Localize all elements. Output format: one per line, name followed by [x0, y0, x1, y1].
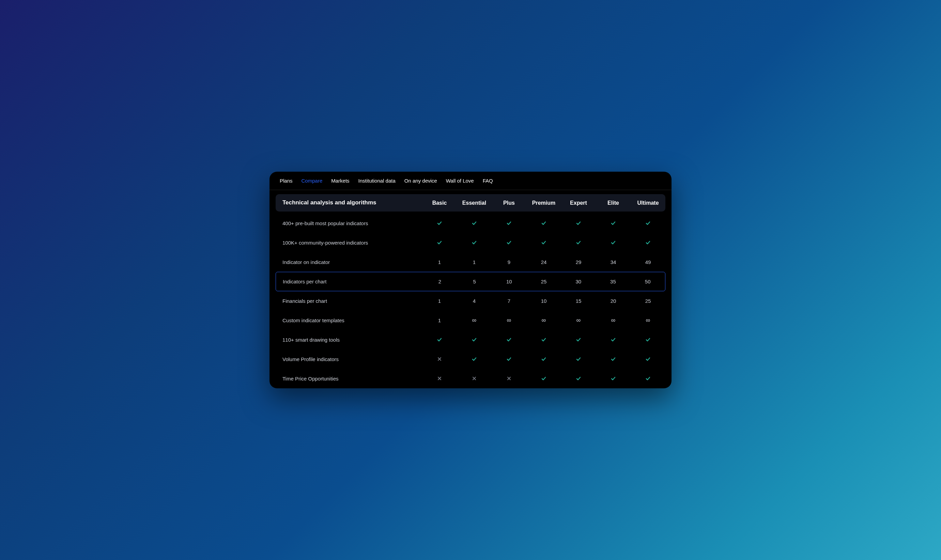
feature-cell: [457, 356, 492, 362]
feature-cell: [596, 376, 630, 381]
check-icon: [610, 376, 616, 381]
check-icon: [472, 337, 477, 342]
feature-cell: [630, 376, 665, 381]
feature-cell: [457, 220, 492, 226]
nav-item-markets[interactable]: Markets: [331, 178, 349, 184]
nav-item-institutional-data[interactable]: Institutional data: [358, 178, 395, 184]
row-cells: [422, 376, 665, 381]
table-body: 400+ pre-built most popular indicators10…: [276, 214, 665, 388]
check-icon: [506, 220, 512, 226]
check-icon: [541, 356, 546, 362]
feature-cell: [596, 240, 630, 245]
check-icon: [541, 376, 546, 381]
feature-label: 400+ pre-built most popular indicators: [276, 220, 422, 226]
plan-col-expert: Expert: [561, 200, 596, 206]
table-row[interactable]: 100K+ community-powered indicators: [276, 233, 665, 252]
feature-cell: [457, 240, 492, 245]
table-row[interactable]: Volume Profile indicators: [276, 349, 665, 369]
infinity-icon: ∞: [472, 317, 477, 324]
check-icon: [541, 220, 546, 226]
row-cells: [422, 240, 665, 245]
feature-cell: 25: [526, 278, 561, 285]
feature-cell: [526, 240, 561, 245]
check-icon: [576, 376, 581, 381]
infinity-icon: ∞: [611, 317, 616, 324]
check-icon: [610, 240, 616, 245]
feature-cell: [422, 356, 457, 362]
plan-col-plus: Plus: [492, 200, 526, 206]
table-row[interactable]: 110+ smart drawing tools: [276, 330, 665, 349]
feature-cell: 50: [630, 278, 665, 285]
plan-col-basic: Basic: [422, 200, 457, 206]
check-icon: [645, 337, 651, 342]
feature-cell: 5: [457, 278, 492, 285]
nav-item-faq[interactable]: FAQ: [483, 178, 493, 184]
check-icon: [437, 240, 442, 245]
row-cells: [422, 220, 665, 226]
feature-cell: 2: [423, 278, 457, 285]
feature-cell: 30: [561, 278, 596, 285]
feature-cell: [596, 220, 630, 226]
table-row[interactable]: Custom indicator templates1∞∞∞∞∞∞: [276, 311, 665, 330]
check-icon: [610, 220, 616, 226]
feature-cell: [596, 337, 630, 342]
check-icon: [610, 356, 616, 362]
row-cells: 14710152025: [422, 298, 665, 304]
feature-cell: 1: [422, 298, 457, 304]
x-icon: [437, 357, 442, 362]
feature-cell: [526, 220, 561, 226]
nav-item-wall-of-love[interactable]: Wall of Love: [446, 178, 474, 184]
infinity-icon: ∞: [542, 317, 546, 324]
table-row[interactable]: 400+ pre-built most popular indicators: [276, 214, 665, 233]
feature-cell: ∞: [492, 317, 526, 324]
feature-cell: 9: [492, 259, 526, 265]
feature-label: Indicator on indicator: [276, 259, 422, 265]
table-row[interactable]: Financials per chart14710152025: [276, 291, 665, 311]
feature-cell: [492, 356, 526, 362]
table-header-row: Technical analysis and algorithms BasicE…: [276, 194, 665, 212]
row-cells: 11924293449: [422, 259, 665, 265]
feature-cell: [561, 337, 596, 342]
nav-item-on-any-device[interactable]: On any device: [404, 178, 437, 184]
check-icon: [472, 220, 477, 226]
feature-label: Indicators per chart: [276, 278, 423, 285]
check-icon: [576, 240, 581, 245]
nav-item-plans[interactable]: Plans: [280, 178, 293, 184]
feature-cell: 15: [561, 298, 596, 304]
check-icon: [576, 356, 581, 362]
feature-label: Volume Profile indicators: [276, 356, 422, 362]
feature-cell: [526, 337, 561, 342]
check-icon: [610, 337, 616, 342]
feature-cell: 1: [422, 317, 457, 324]
row-cells: 251025303550: [423, 278, 665, 285]
feature-label: Custom indicator templates: [276, 317, 422, 323]
check-icon: [645, 376, 651, 381]
feature-cell: 49: [630, 259, 665, 265]
feature-cell: ∞: [457, 317, 492, 324]
feature-cell: [422, 337, 457, 342]
check-icon: [506, 240, 512, 245]
feature-cell: [561, 376, 596, 381]
feature-cell: 10: [492, 278, 526, 285]
table-row[interactable]: Time Price Opportunities: [276, 369, 665, 388]
plan-columns: BasicEssentialPlusPremiumExpertEliteUlti…: [422, 200, 665, 206]
check-icon: [472, 356, 477, 362]
feature-cell: [422, 240, 457, 245]
infinity-icon: ∞: [507, 317, 511, 324]
feature-cell: 29: [561, 259, 596, 265]
table-row[interactable]: Indicators per chart251025303550: [276, 272, 665, 291]
feature-cell: 1: [422, 259, 457, 265]
feature-label: 110+ smart drawing tools: [276, 337, 422, 343]
feature-cell: [492, 337, 526, 342]
check-icon: [437, 337, 442, 342]
check-icon: [506, 356, 512, 362]
feature-cell: [561, 220, 596, 226]
table-row[interactable]: Indicator on indicator11924293449: [276, 252, 665, 272]
section-title: Technical analysis and algorithms: [276, 199, 422, 207]
feature-cell: 35: [596, 278, 630, 285]
check-icon: [645, 240, 651, 245]
feature-cell: ∞: [630, 317, 665, 324]
nav-item-compare[interactable]: Compare: [301, 178, 323, 184]
feature-cell: [492, 376, 526, 381]
check-icon: [576, 220, 581, 226]
